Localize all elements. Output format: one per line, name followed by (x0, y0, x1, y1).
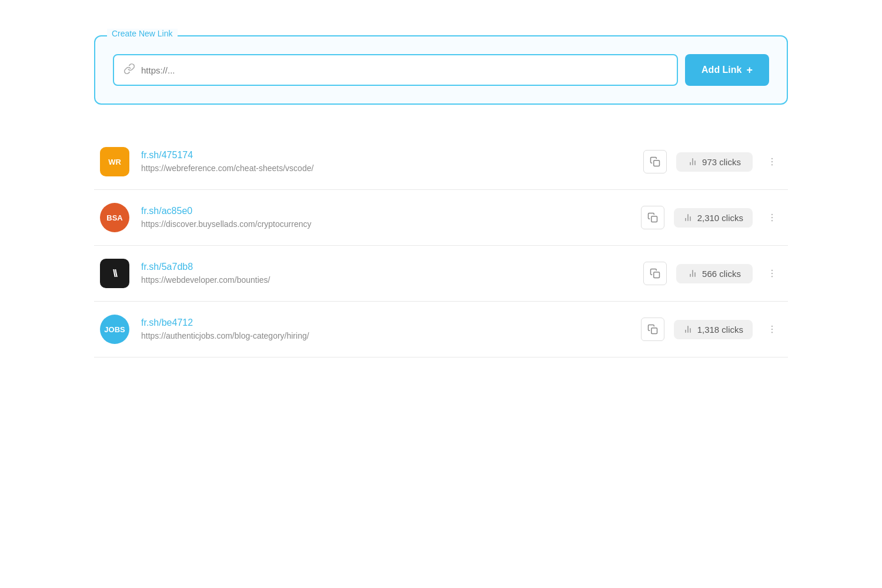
link-short-url-1[interactable]: fr.sh/475174 (141, 150, 632, 161)
more-dots-icon (767, 268, 777, 279)
copy-icon (650, 268, 660, 279)
add-link-label: Add Link (701, 65, 741, 75)
svg-point-12 (771, 217, 773, 218)
bar-chart-icon (688, 157, 697, 166)
link-row: BSA fr.sh/ac85e0 https://discover.buysel… (94, 190, 788, 246)
link-short-url-2[interactable]: fr.sh/ac85e0 (141, 206, 629, 216)
clicks-badge-3: 566 clicks (676, 264, 753, 283)
link-info-3: fr.sh/5a7db8 https://webdeveloper.com/bo… (141, 262, 632, 285)
link-info-2: fr.sh/ac85e0 https://discover.buysellads… (141, 206, 629, 229)
svg-point-18 (771, 270, 773, 271)
svg-point-4 (771, 158, 773, 159)
more-button-3[interactable] (762, 266, 782, 281)
link-actions-3: 566 clicks (643, 262, 782, 285)
svg-rect-7 (651, 216, 657, 222)
link-row: \\ fr.sh/5a7db8 https://webdeveloper.com… (94, 246, 788, 302)
svg-point-5 (771, 161, 773, 162)
bar-chart-icon (688, 269, 697, 278)
link-row: JOBS fr.sh/be4712 https://authenticjobs.… (94, 302, 788, 358)
create-link-label: Create New Link (107, 29, 178, 38)
more-dots-icon (767, 324, 777, 335)
link-actions-1: 973 clicks (643, 150, 782, 173)
svg-point-19 (771, 273, 773, 274)
more-button-4[interactable] (762, 322, 782, 337)
link-info-4: fr.sh/be4712 https://authenticjobs.com/b… (141, 318, 629, 341)
clicks-badge-1: 973 clicks (676, 152, 753, 172)
link-row: WR fr.sh/475174 https://webreference.com… (94, 134, 788, 190)
bar-chart-icon (683, 213, 693, 222)
copy-button-4[interactable] (641, 318, 664, 341)
copy-icon (647, 324, 658, 335)
svg-point-11 (771, 214, 773, 215)
svg-point-27 (771, 332, 773, 333)
url-input[interactable] (141, 65, 667, 75)
clicks-count-3: 566 clicks (702, 269, 741, 279)
link-long-url-1: https://webreference.com/cheat-sheets/vs… (141, 163, 313, 173)
copy-icon (647, 212, 658, 223)
clicks-count-4: 1,318 clicks (697, 325, 743, 335)
plus-icon: + (746, 64, 753, 76)
svg-rect-0 (654, 161, 660, 166)
link-favicon-2: BSA (100, 203, 129, 232)
link-favicon-4: JOBS (100, 315, 129, 344)
copy-icon (650, 156, 660, 167)
link-long-url-4: https://authenticjobs.com/blog-category/… (141, 331, 309, 340)
svg-rect-21 (651, 328, 657, 334)
link-info-1: fr.sh/475174 https://webreference.com/ch… (141, 150, 632, 173)
link-actions-2: 2,310 clicks (641, 206, 782, 229)
create-link-section: Create New Link Add Link + (94, 35, 788, 105)
svg-point-26 (771, 329, 773, 330)
svg-point-20 (771, 276, 773, 277)
svg-point-25 (771, 326, 773, 327)
more-button-2[interactable] (762, 210, 782, 225)
more-button-1[interactable] (762, 154, 782, 169)
svg-point-13 (771, 220, 773, 221)
link-icon (123, 63, 135, 78)
url-input-wrapper (113, 54, 678, 86)
copy-button-3[interactable] (643, 262, 667, 285)
clicks-count-1: 973 clicks (702, 157, 741, 167)
link-favicon-1: WR (100, 147, 129, 176)
clicks-badge-4: 1,318 clicks (674, 320, 753, 339)
more-dots-icon (767, 212, 777, 223)
link-favicon-3: \\ (100, 259, 129, 288)
more-dots-icon (767, 156, 777, 167)
svg-point-6 (771, 164, 773, 165)
link-long-url-2: https://discover.buysellads.com/cryptocu… (141, 219, 311, 229)
copy-button-1[interactable] (643, 150, 667, 173)
copy-button-2[interactable] (641, 206, 664, 229)
links-list: WR fr.sh/475174 https://webreference.com… (94, 134, 788, 358)
link-short-url-3[interactable]: fr.sh/5a7db8 (141, 262, 632, 272)
clicks-badge-2: 2,310 clicks (674, 208, 753, 228)
clicks-count-2: 2,310 clicks (697, 213, 743, 223)
link-actions-4: 1,318 clicks (641, 318, 782, 341)
add-link-button[interactable]: Add Link + (685, 54, 769, 86)
bar-chart-icon (683, 325, 693, 334)
link-long-url-3: https://webdeveloper.com/bounties/ (141, 275, 270, 285)
link-short-url-4[interactable]: fr.sh/be4712 (141, 318, 629, 328)
input-row: Add Link + (113, 54, 769, 86)
svg-rect-14 (654, 272, 660, 278)
